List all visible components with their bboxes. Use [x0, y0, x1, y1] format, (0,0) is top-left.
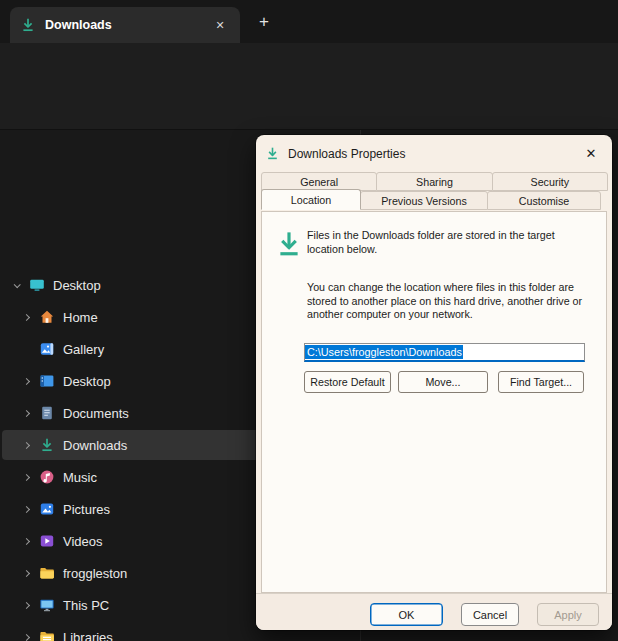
sidebar-item-label: Desktop: [63, 374, 111, 389]
sidebar-item-label: Pictures: [63, 502, 110, 517]
libraries-icon: [39, 629, 55, 641]
chevron-right-icon[interactable]: [19, 443, 33, 448]
folder-icon: [39, 565, 55, 581]
downloads-icon: [39, 437, 55, 453]
videos-icon: [39, 533, 55, 549]
dialog-tab-customise[interactable]: Customise: [487, 191, 601, 210]
sidebar-item-label: froggleston: [63, 566, 127, 581]
cancel-button[interactable]: Cancel: [461, 603, 519, 626]
dialog-tab-strip: GeneralSharingSecurity LocationPrevious …: [261, 172, 607, 210]
plus-icon: +: [259, 12, 269, 32]
explorer-window: Downloads ✕ + › Downloads › New Sor: [0, 0, 618, 641]
this-pc-icon: [39, 597, 55, 613]
dialog-close-button[interactable]: ✕: [578, 141, 604, 165]
sidebar-item-label: Music: [63, 470, 97, 485]
explorer-tab-downloads[interactable]: Downloads ✕: [10, 7, 240, 43]
restore-default-button[interactable]: Restore Default: [304, 371, 391, 393]
chevron-right-icon[interactable]: [19, 507, 33, 512]
music-icon: [39, 469, 55, 485]
sidebar-item-label: Documents: [63, 406, 129, 421]
downloads-icon: [20, 17, 36, 33]
sidebar-item-label: Videos: [63, 534, 103, 549]
sidebar-item-label: This PC: [63, 598, 109, 613]
chevron-down-icon[interactable]: [9, 283, 23, 288]
location-description-text: You can change the location where files …: [307, 281, 591, 322]
tab-close-icon[interactable]: ✕: [210, 15, 230, 35]
pictures-icon: [39, 501, 55, 517]
chevron-right-icon[interactable]: [19, 603, 33, 608]
path-input[interactable]: C:\Users\froggleston\Downloads: [304, 343, 585, 362]
sidebar-item-label: Home: [63, 310, 98, 325]
dialog-tab-security[interactable]: Security: [492, 172, 608, 191]
sidebar-item-label: Downloads: [63, 438, 127, 453]
documents-icon: [39, 405, 55, 421]
navigation-bar: › Downloads ›: [0, 43, 618, 88]
dialog-title: Downloads Properties: [288, 147, 405, 161]
chevron-right-icon[interactable]: [19, 315, 33, 320]
sidebar-item-label: Gallery: [63, 342, 104, 357]
chevron-right-icon[interactable]: [19, 379, 33, 384]
home-icon: [39, 309, 55, 325]
command-toolbar: New Sort View …: [0, 88, 618, 130]
apply-button[interactable]: Apply: [537, 603, 599, 626]
path-selected-text: C:\Users\froggleston\Downloads: [305, 345, 463, 359]
find-target-button[interactable]: Find Target...: [498, 371, 584, 393]
dialog-title-bar: Downloads Properties ✕: [256, 135, 612, 172]
dialog-tab-location[interactable]: Location: [261, 189, 361, 210]
chevron-right-icon[interactable]: [19, 475, 33, 480]
chevron-right-icon[interactable]: [19, 571, 33, 576]
properties-dialog: Downloads Properties ✕ GeneralSharingSec…: [256, 135, 612, 630]
sidebar-item-label: Desktop: [53, 278, 101, 293]
dialog-footer: OK Cancel Apply: [256, 593, 612, 630]
tab-bar: Downloads ✕ +: [0, 0, 618, 43]
tab-title: Downloads: [45, 18, 112, 32]
location-tab-page: Files in the Downloads folder are stored…: [261, 211, 607, 593]
chevron-right-icon[interactable]: [19, 635, 33, 640]
ok-button[interactable]: OK: [370, 603, 443, 626]
gallery-icon: [39, 341, 55, 357]
move-button[interactable]: Move...: [398, 371, 488, 393]
dialog-download-icon: [265, 146, 280, 161]
sidebar-item-label: Libraries: [63, 630, 113, 641]
download-large-icon: [274, 229, 304, 259]
desktop-icon: [39, 373, 55, 389]
dialog-tab-previous-versions[interactable]: Previous Versions: [360, 191, 488, 210]
location-intro-text: Files in the Downloads folder are stored…: [307, 229, 569, 256]
dialog-tab-sharing[interactable]: Sharing: [376, 172, 492, 191]
desktop-root-icon: [29, 277, 45, 293]
chevron-right-icon[interactable]: [19, 539, 33, 544]
new-tab-button[interactable]: +: [250, 10, 278, 34]
chevron-right-icon[interactable]: [19, 411, 33, 416]
